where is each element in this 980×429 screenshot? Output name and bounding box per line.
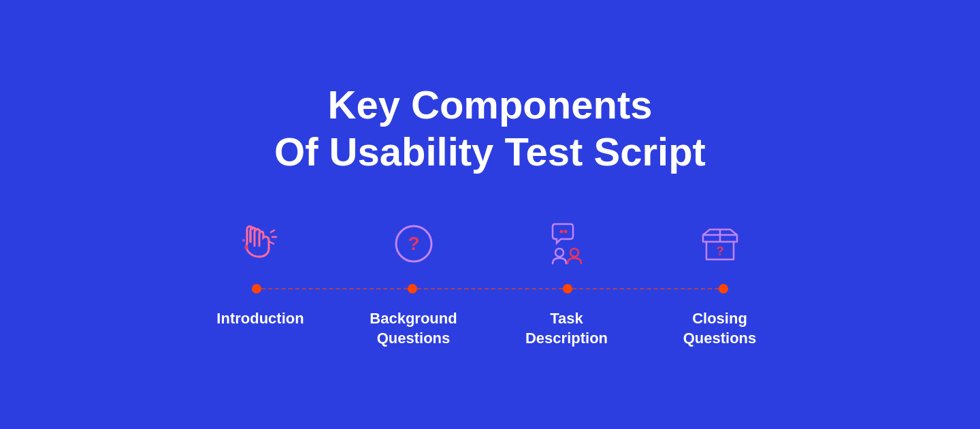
dot-introduction <box>252 284 261 293</box>
dashed-line-2 <box>417 288 564 289</box>
question-circle-icon: ? <box>390 220 438 268</box>
label-background-questions: Background Questions <box>346 309 482 348</box>
background-questions-icon-wrapper: ? <box>387 217 441 271</box>
component-closing-questions: ? <box>652 217 788 283</box>
dot-task-description <box>563 284 572 293</box>
task-description-icon-wrapper <box>540 217 594 271</box>
title-section: Key Components Of Usability Test Script <box>274 81 706 176</box>
dot-background-questions <box>408 284 417 293</box>
svg-point-1 <box>242 239 245 242</box>
svg-text:?: ? <box>408 233 419 254</box>
svg-point-4 <box>559 230 563 234</box>
svg-point-6 <box>555 249 564 257</box>
component-task-description <box>499 217 635 283</box>
dashed-line-1 <box>261 288 408 289</box>
dashed-line-3 <box>572 288 719 289</box>
component-background-questions: ? <box>346 217 482 283</box>
box-question-icon: ? <box>696 220 744 268</box>
dot-closing-questions <box>719 284 728 293</box>
people-chat-icon <box>543 220 591 268</box>
page-title: Key Components Of Usability Test Script <box>274 81 706 176</box>
components-section: ? <box>184 217 796 348</box>
wave-hand-icon <box>237 220 284 268</box>
labels-row: Introduction Background Questions Task D… <box>184 309 796 348</box>
label-closing-questions: Closing Questions <box>652 309 788 348</box>
timeline-row <box>184 283 796 294</box>
component-introduction <box>193 217 329 283</box>
icons-row: ? <box>184 217 796 283</box>
svg-point-7 <box>570 249 578 257</box>
introduction-icon-wrapper <box>233 217 288 271</box>
svg-point-5 <box>564 230 567 234</box>
label-task-description: Task Description <box>499 309 635 348</box>
svg-point-0 <box>244 245 248 249</box>
closing-questions-icon-wrapper: ? <box>693 217 747 271</box>
label-introduction: Introduction <box>193 309 329 348</box>
svg-text:?: ? <box>716 244 723 258</box>
